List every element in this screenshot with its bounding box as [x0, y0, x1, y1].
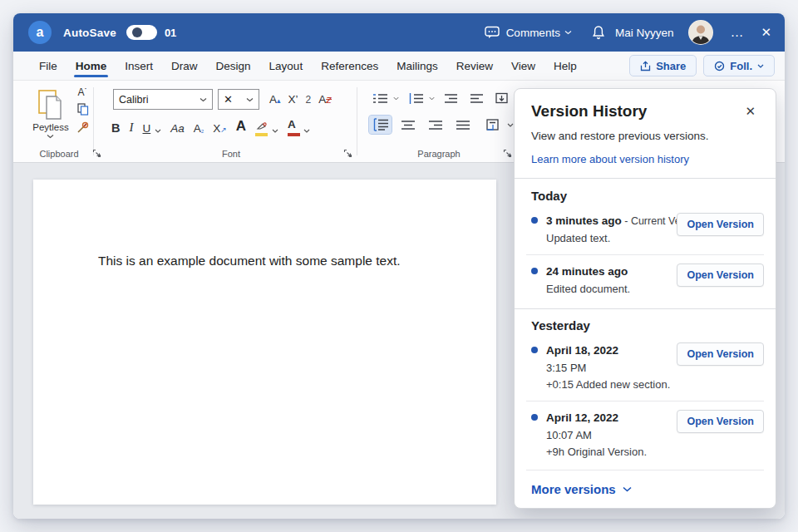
user-name: Mai Nyyyen: [615, 27, 674, 39]
align-right-button[interactable]: [425, 116, 446, 134]
more-options-button[interactable]: …: [730, 25, 744, 40]
chevron-down-icon: [507, 123, 514, 127]
version-bullet-icon: [531, 268, 538, 274]
bullets-button[interactable]: [369, 90, 391, 107]
chevron-down-icon: [429, 96, 435, 101]
chevron-down-icon: [757, 64, 764, 68]
word-window: a AutoSave 01 Comments: [13, 13, 785, 519]
tab-design[interactable]: Design: [207, 52, 260, 80]
open-version-button[interactable]: Open Version: [677, 213, 764, 236]
document-page[interactable]: This is an example document with some sa…: [33, 180, 496, 505]
font-group-label: Font: [106, 149, 356, 159]
clipboard-group: Peytless A˙: [25, 81, 105, 162]
text-effects-button[interactable]: A: [236, 117, 246, 135]
subscript-a-button[interactable]: A₂: [194, 121, 204, 136]
numbering-button[interactable]: [405, 90, 426, 107]
shrink-font-button[interactable]: X’: [288, 92, 298, 107]
window-close-button[interactable]: ✕: [761, 25, 771, 40]
learn-more-link[interactable]: Learn more about version history: [531, 153, 689, 165]
follow-button[interactable]: Foll.: [703, 55, 775, 76]
font-name-value: Calibri: [119, 94, 148, 106]
comments-label: Comments: [506, 27, 560, 39]
version-time: 3:15 PM: [546, 362, 670, 374]
grow-font-button[interactable]: A▴: [269, 92, 281, 107]
version-entry: 24 minutes ago Edited document. Open Ver…: [515, 255, 776, 305]
increase-indent-button[interactable]: [466, 90, 486, 107]
font-name-combobox[interactable]: Calibri: [113, 89, 213, 110]
font-dialog-launcher-icon[interactable]: [343, 149, 352, 158]
version-history-panel: Version History ✕ View and restore previ…: [514, 88, 776, 509]
panel-subtitle: View and restore previous versions.: [531, 130, 759, 142]
align-left-button[interactable]: [369, 116, 392, 134]
version-time: 10:07 AM: [546, 429, 670, 441]
decrease-indent-button[interactable]: [441, 90, 461, 107]
version-title: April 18, 2022: [546, 344, 618, 357]
more-versions-link[interactable]: More versions: [515, 470, 776, 508]
ribbon-tab-bar: File Home Insert Draw Design Layout Refe…: [13, 52, 785, 81]
tab-file[interactable]: File: [30, 52, 66, 80]
version-title: 24 minutes ago: [546, 265, 628, 278]
borders-button[interactable]: [483, 116, 503, 134]
version-title: April 12, 2022: [546, 411, 618, 424]
tab-home[interactable]: Home: [66, 52, 116, 80]
paragraph-dialog-launcher-icon[interactable]: [503, 149, 512, 158]
highlight-color-button[interactable]: [255, 122, 268, 136]
open-version-button[interactable]: Open Version: [677, 264, 764, 287]
open-version-button[interactable]: Open Version: [677, 410, 764, 433]
autosave-state: 01: [165, 27, 176, 39]
tab-references[interactable]: References: [312, 52, 387, 80]
font-color-button[interactable]: A: [288, 117, 300, 136]
avatar[interactable]: [688, 20, 713, 45]
tab-help[interactable]: Help: [544, 52, 586, 80]
version-description: Edited document.: [546, 283, 670, 295]
italic-button[interactable]: I: [129, 120, 133, 136]
chevron-down-icon: [623, 486, 632, 492]
clear-formatting-button[interactable]: Az: [318, 92, 332, 107]
cut-button[interactable]: A˙: [78, 87, 88, 97]
more-versions-label: More versions: [531, 482, 616, 496]
tab-review[interactable]: Review: [447, 52, 502, 80]
sort-button[interactable]: [492, 89, 511, 107]
share-button[interactable]: Share: [629, 55, 697, 76]
group-separator: [357, 87, 357, 155]
paste-button[interactable]: [37, 89, 66, 122]
align-center-button[interactable]: [397, 116, 419, 134]
title-bar: a AutoSave 01 Comments: [13, 13, 785, 52]
autosave-label: AutoSave: [63, 27, 116, 39]
notifications-button[interactable]: [592, 25, 605, 40]
version-description: +0:15 Added new section.: [546, 378, 670, 391]
bold-button[interactable]: B: [111, 121, 120, 136]
tab-draw[interactable]: Draw: [162, 52, 207, 80]
section-header-yesterday: Yesterday: [515, 308, 776, 334]
font-size-combobox[interactable]: ✕: [218, 89, 259, 110]
tab-layout[interactable]: Layout: [260, 52, 313, 80]
format-painter-button[interactable]: [76, 121, 89, 134]
chevron-down-icon: [200, 97, 207, 102]
panel-close-button[interactable]: ✕: [741, 102, 759, 121]
version-title: 3 minutes ago: [546, 214, 622, 227]
tab-mailings[interactable]: Mailings: [387, 52, 447, 80]
tab-view[interactable]: View: [502, 52, 544, 80]
open-version-button[interactable]: Open Version: [677, 342, 764, 366]
underline-button[interactable]: U: [142, 121, 150, 136]
presence-icon: [714, 61, 725, 71]
superscript-button[interactable]: X↗: [213, 121, 227, 136]
autosave-toggle[interactable]: [126, 25, 157, 40]
justify-button[interactable]: [452, 116, 474, 134]
share-label: Share: [656, 60, 686, 72]
change-case-button[interactable]: Aa: [170, 121, 185, 136]
chevron-down-icon: [155, 129, 161, 133]
subscript-button[interactable]: 2: [306, 94, 312, 107]
version-bullet-icon: [531, 217, 538, 224]
tab-insert[interactable]: Insert: [116, 52, 162, 80]
paragraph-group-label: Paragraph: [362, 149, 515, 159]
paste-label: Peytless: [25, 122, 76, 132]
document-text: This is an example document with some sa…: [98, 254, 401, 268]
chevron-down-icon: [303, 129, 310, 133]
word-app-icon[interactable]: a: [28, 21, 52, 44]
chevron-down-icon: [272, 129, 278, 133]
copy-button[interactable]: [77, 103, 89, 116]
clipboard-dialog-launcher-icon[interactable]: [92, 149, 101, 158]
version-entry: April 18, 2022 3:15 PM +0:15 Added new s…: [515, 334, 776, 401]
comments-button[interactable]: Comments: [485, 26, 572, 39]
